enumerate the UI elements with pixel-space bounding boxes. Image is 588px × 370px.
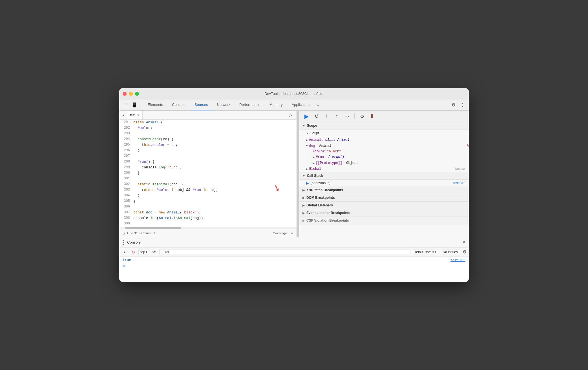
dom-triangle: ▶	[302, 196, 305, 199]
scope-title: Scope	[307, 124, 317, 128]
console-title: Console	[127, 240, 141, 244]
scope-panel: ▼ Scope ▼ Script ▶ Animal: class Animal …	[299, 122, 469, 237]
console-prompt-line[interactable]: >	[119, 263, 469, 270]
run-snippet-icon[interactable]: ▷	[286, 111, 294, 119]
console-filter-input[interactable]	[159, 249, 410, 255]
console-header: Console ×	[119, 237, 469, 248]
maximize-button[interactable]	[135, 92, 139, 96]
call-stack-active-icon: ▶	[306, 181, 309, 185]
console-clear-icon[interactable]: ⊘	[130, 249, 137, 255]
script-section-header[interactable]: ▼ Script	[299, 130, 469, 137]
tab-sources[interactable]: Sources	[190, 99, 213, 110]
call-stack-header[interactable]: ▼ Call Stack	[299, 172, 469, 180]
console-run-icon[interactable]: ⏵	[121, 249, 128, 255]
dog-expand-icon: ▼	[306, 144, 308, 148]
run-expand-icon: ▶	[313, 155, 315, 159]
minimize-button[interactable]	[129, 92, 133, 96]
console-output: true test:308 >	[119, 257, 469, 282]
code-line-307: 307 const dog = new Animal('black');	[119, 210, 297, 215]
console-issues-button[interactable]: No Issues	[440, 249, 461, 255]
horizontal-scrollbar[interactable]	[119, 227, 297, 229]
animal-key: Animal:	[309, 138, 323, 142]
dog-value: Animal	[317, 144, 331, 148]
xhr-breakpoints-header[interactable]: ▶ XHR/fetch Breakpoints	[299, 186, 469, 194]
scroll-thumb[interactable]	[125, 227, 181, 229]
code-line-295: 295 this.#color = co;	[119, 142, 297, 148]
file-tab-test[interactable]: test ×	[127, 111, 143, 119]
scope-triangle: ▼	[302, 124, 305, 127]
scope-dog[interactable]: ▼ dog: Animal ➘	[299, 143, 469, 149]
code-line-303: 303 return #color in obj && #run in obj;	[119, 187, 297, 193]
scope-global[interactable]: ▶ Global Window	[299, 166, 469, 172]
console-output-link[interactable]: test:308	[450, 258, 465, 262]
console-context-select[interactable]: top ▾	[138, 249, 149, 255]
step-into-button[interactable]: ↑	[323, 112, 331, 120]
window-title: DevTools - localhost:8080/demo/test	[264, 92, 324, 96]
console-close-button[interactable]: ×	[462, 239, 465, 245]
tab-performance[interactable]: Performance	[235, 99, 265, 110]
status-bar: {} Line 310, Column 1 Coverage: n/a	[119, 229, 297, 237]
deactivate-breakpoints-button[interactable]: ⊘	[358, 112, 366, 120]
context-chevron: ▾	[146, 250, 147, 253]
tab-network[interactable]: Network	[213, 99, 235, 110]
global-listeners-label: Global Listeners	[306, 203, 333, 207]
console-levels-select[interactable]: Default levels ▾	[412, 249, 438, 255]
code-line-302: 302 static isAnimal(obj) { ➘	[119, 182, 297, 187]
tab-elements[interactable]: Elements	[143, 99, 167, 110]
console-menu-icon[interactable]	[123, 240, 124, 245]
code-area-wrapper: 291 class Animal { 292 #color; 293	[119, 120, 297, 229]
settings-icon[interactable]: ⚙	[450, 101, 457, 109]
tab-application[interactable]: Application	[287, 99, 314, 110]
global-listeners-header[interactable]: ▶ Global Listeners	[299, 202, 469, 209]
pause-on-exceptions-button[interactable]: ⏸	[368, 112, 376, 120]
coverage-label: Coverage: n/a	[273, 231, 293, 235]
pause-icon[interactable]: ⏵	[120, 112, 127, 119]
resume-button[interactable]: ▶	[302, 112, 310, 120]
scope-run[interactable]: ▶ #run: f #run()	[299, 154, 469, 160]
step-out-button[interactable]: ↑	[333, 112, 341, 120]
format-icon[interactable]: {}	[123, 231, 125, 235]
call-stack-name: (anonymous)	[311, 181, 330, 185]
main-content: ⏵ test × ▷ 291 class Animal {	[119, 111, 469, 237]
csp-violations-header[interactable]: ▶ CSP Violation Breakpoints	[299, 217, 469, 224]
dom-label: DOM Breakpoints	[306, 196, 335, 200]
run-value: f #run()	[326, 155, 344, 159]
code-line-291: 291 class Animal {	[119, 120, 297, 125]
dom-breakpoints-header[interactable]: ▶ DOM Breakpoints	[299, 194, 469, 202]
xhr-triangle: ▶	[302, 189, 305, 192]
call-stack-title: Call Stack	[307, 174, 323, 178]
code-editor[interactable]: 291 class Animal { 292 #color; 293	[119, 120, 297, 227]
code-line-306: 306	[119, 204, 297, 210]
tab-memory[interactable]: Memory	[265, 99, 287, 110]
tab-console[interactable]: Console	[167, 99, 190, 110]
step-over-button[interactable]: ↺	[313, 112, 320, 120]
code-line-300: 300 }	[119, 170, 297, 176]
more-tabs-button[interactable]: »	[314, 99, 321, 110]
call-stack-anonymous[interactable]: ▶ (anonymous) test:310	[299, 180, 469, 186]
scope-section-header[interactable]: ▼ Scope	[299, 122, 469, 130]
console-panel: Console × ⏵ ⊘ top ▾ 👁 Default levels ▾ N…	[119, 237, 469, 282]
code-line-298: 298 #run() {	[119, 159, 297, 165]
console-settings-icon[interactable]: ⚙	[463, 249, 467, 255]
file-tab-name: test	[130, 113, 135, 117]
file-tabs: ⏵ test × ▷	[119, 111, 297, 120]
resize-handle[interactable]	[297, 111, 299, 237]
code-line-309: 309	[119, 221, 297, 227]
console-eye-icon[interactable]: 👁	[151, 249, 158, 255]
context-label: top	[140, 250, 145, 254]
scope-animal[interactable]: ▶ Animal: class Animal	[299, 137, 469, 143]
sources-panel: ⏵ test × ▷ 291 class Animal {	[119, 111, 297, 237]
close-button[interactable]	[123, 92, 127, 96]
scope-prototype[interactable]: ▶ [[Prototype]]: Object	[299, 160, 469, 166]
file-tab-close[interactable]: ×	[137, 113, 139, 117]
device-icon[interactable]: 📱	[131, 101, 138, 109]
step-button[interactable]: ⇒	[343, 112, 351, 120]
tool-icons: ⬚ 📱	[121, 99, 142, 110]
event-listener-breakpoints-header[interactable]: ▶ Event Listener Breakpoints	[299, 209, 469, 217]
file-tab-right: ▷	[286, 111, 297, 119]
scope-color[interactable]: #color: "black"	[299, 149, 469, 154]
inspect-icon[interactable]: ⬚	[121, 101, 129, 109]
more-options-icon[interactable]: ⋮	[459, 101, 467, 109]
global-listeners-triangle: ▶	[302, 204, 305, 207]
debugger-toolbar: ▶ ↺ ↑ ↑ ⇒ ⊘ ⏸	[299, 111, 469, 122]
